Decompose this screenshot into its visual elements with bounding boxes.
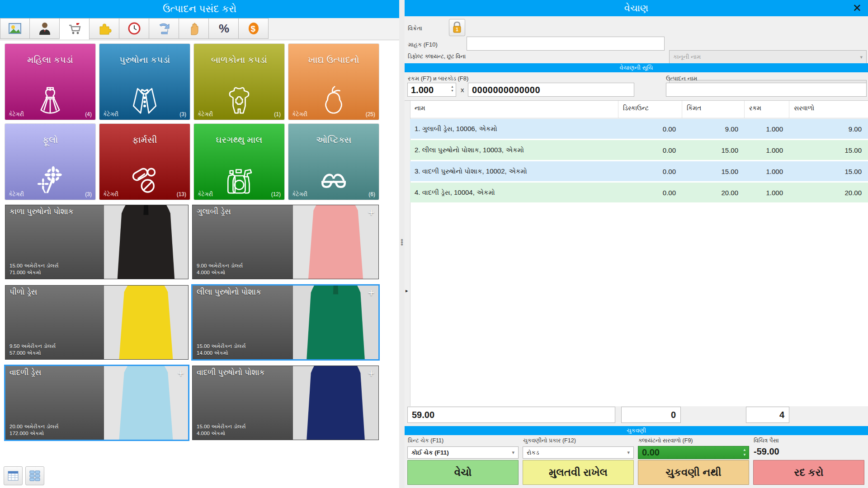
tab-plugins[interactable] [90,18,119,39]
cell-discount: 0.00 [618,189,682,197]
category-label: કેટેગરી [103,111,118,117]
tile-view-button[interactable] [25,466,44,485]
customer-input[interactable] [467,37,665,51]
cell-total: 15.00 [789,168,868,175]
add-product-icon[interactable]: + [178,367,184,380]
column-header-discount[interactable]: ડિસ્કાઉન્ટ [618,101,682,118]
category-tile-food-products[interactable]: ખાદ્ય ઉત્પાદનો કેટેગરી (25) [288,44,379,120]
product-price: 9.50 અમેરીકન ડોલર્સ57.000 એકમો [9,343,56,357]
category-label: કેટેગરી [292,111,307,117]
toolbar: % $ [0,18,399,40]
category-label: કેટેગરી [9,111,24,117]
payment-type-dropdown[interactable]: રોકડ▾ [523,446,634,459]
table-view-button[interactable] [4,466,23,485]
cell-qty: 1.000 [745,146,789,154]
cell-discount: 0.00 [618,168,682,175]
category-label: કેટેગરી [103,191,118,197]
tab-pictures[interactable] [0,18,30,39]
dollar-icon: $ [246,21,261,36]
stock-line: 4.000 એકમો [197,431,225,436]
defer-button[interactable]: મુલતવી રાખેલ [523,460,634,485]
tab-cart-sale[interactable] [60,18,90,40]
column-header-total[interactable]: સરવાળો [789,101,868,118]
category-tile-flowers[interactable]: ફૂલો કેટેગરી (3) [5,124,95,200]
category-label: કેટેગરી [198,111,213,117]
cell-price: 15.00 [682,146,745,154]
onesie-icon [223,84,255,118]
table-row[interactable]: 1. ગુલાબી ડ્રેસ, 10006, એકમો 0.00 9.00 1… [410,119,868,139]
stepper-arrows-icon[interactable]: ▲▼ [743,447,746,457]
table-row[interactable]: 3. વાદળી પુરુષોનો પોશાક, 10002, એકમો 0.0… [410,161,868,181]
product-name-input[interactable] [666,83,867,97]
product-card-navy-mens-suit[interactable]: વાદળી પુરુષોનો પોશાક 15.00 અમેરીકન ડોલર્… [192,366,379,440]
stepper-arrows-icon[interactable]: ▲▼ [451,84,454,93]
table-row[interactable]: 4. વાદળી ડ્રેસ, 10004, એકમો 0.00 20.00 1… [410,183,868,202]
change-label: વિચિત્ર પૈસા [754,437,779,444]
product-card-pink-dress[interactable]: ગુલાબી ડ્રેસ 9.00 અમેરીકન ડોલર્સ4.000 એક… [192,205,379,279]
view-toggle-group [4,466,44,485]
price-line: 15.00 અમેરીકન ડોલર્સ [197,424,246,429]
column-header-price[interactable]: કિંમત [682,101,745,118]
table-view-icon [7,470,19,482]
product-card-blue-dress[interactable]: વાદળી ડ્રેસ 20.00 અમેરીકન ડોલર્સ172.000 … [5,366,189,440]
category-tile-pharmacy[interactable]: ફાર્મસી કેટેગરી (13) [99,124,190,200]
sell-button[interactable]: વેચો [407,460,519,485]
cell-qty: 1.000 [745,168,789,175]
lock-button[interactable]: 1 [449,19,465,36]
tab-payment[interactable]: $ [239,18,269,39]
product-card-green-mens-suit[interactable]: લીલા પુરુષોનો પોશાક 15.00 અમેરીકન ડોલર્સ… [192,285,379,360]
add-product-icon[interactable]: + [368,286,374,299]
sale-total-box: 59.00 [407,407,615,423]
pictures-icon [8,21,22,36]
category-label: કેટેગરી [198,191,213,197]
category-tile-men-clothes[interactable]: પુરુષોના કપડાં કેટેગરી (3) [99,44,190,120]
product-card-black-mens-suit[interactable]: કાળા પુરુષોનો પોશાક 15.00 અમેરીકન ડોલર્સ… [5,205,189,279]
tab-return[interactable] [149,18,179,39]
cell-name: 2. લીલા પુરુષોનો પોશાક, 10003, એકમો [410,146,618,154]
tab-discount[interactable]: % [209,18,239,39]
category-label: કેટેગરી [292,191,307,197]
category-grid: મહિલા કપડાં કેટેગરી (4) પુરુષોના કપડાં ક… [5,44,379,200]
barcode-input[interactable]: 0000000000000 [468,83,634,97]
no-payment-button[interactable]: ચુકવણી નથી [638,460,749,485]
add-product-icon[interactable]: + [368,206,374,219]
category-count: (4) [85,111,92,117]
cell-qty: 1.000 [745,189,789,197]
cell-discount: 0.00 [618,125,682,133]
table-row[interactable]: 2. લીલા પુરુષોનો પોશાક, 10003, એકમો 0.00… [410,140,868,160]
category-tile-household[interactable]: ઘરગથ્થુ માલ કેટેગરી (12) [194,124,284,200]
sale-panel-title: વેચાણ [624,3,648,13]
quantity-stepper[interactable]: 1.000 ▲▼ [407,83,456,97]
product-price: 20.00 અમેરીકન ડોલર્સ172.000 એકમો [9,423,59,437]
percent-icon: % [217,21,231,36]
category-tile-women-clothes[interactable]: મહિલા કપડાં કેટેગરી (4) [5,44,95,120]
category-count: (13) [177,191,186,197]
category-count: (1) [274,111,281,117]
category-tile-kids-clothes[interactable]: બાળકોના કપડાં કેટેગરી (1) [194,44,284,120]
tab-history[interactable] [119,18,149,39]
tab-hold[interactable] [179,18,209,39]
add-product-icon[interactable]: + [368,367,374,380]
sale-table: ▸ નામ ડિસ્કાઉન્ટ કિંમત રકમ સરવાળો 1. ગુલ… [405,100,868,406]
print-check-dropdown[interactable]: કોઈ ચેક (F11)▾ [407,446,519,459]
close-icon[interactable]: ✕ [853,0,862,16]
glasses-icon [317,164,350,198]
client-note: ડિફોલ્ટ ક્લાયન્ટ, છૂટ વિના [408,53,466,60]
column-header-name[interactable]: નામ [410,101,618,118]
legal-name-dropdown[interactable]: કાનૂની નામ▾ [669,50,867,64]
cancel-button[interactable]: રદ કરો [753,460,864,485]
category-name: પુરુષોના કપડાં [99,55,190,65]
cell-total: 20.00 [789,189,868,197]
product-price: 15.00 અમેરીકન ડોલર્સ14.000 એકમો [197,343,246,357]
client-sum-stepper[interactable]: 0.00 ▲▼ [638,446,749,459]
category-tile-optics[interactable]: ઓપ્ટિક્સ કેટેગરી (6) [288,124,379,200]
client-sum-label: ક્લાયંટનો સરવાળો (F9) [638,437,693,444]
tab-customer[interactable] [30,18,60,39]
product-photo [104,286,188,359]
panel-splitter[interactable]: ●●● [399,0,405,488]
column-header-qty[interactable]: રકમ [745,101,789,118]
product-card-yellow-dress[interactable]: પીળો ડ્રેસ 9.50 અમેરીકન ડોલર્સ57.000 એકમ… [5,285,189,360]
stock-line: 71.000 એકમો [9,270,41,275]
dress-icon [34,84,66,118]
svg-text:%: % [219,22,229,35]
